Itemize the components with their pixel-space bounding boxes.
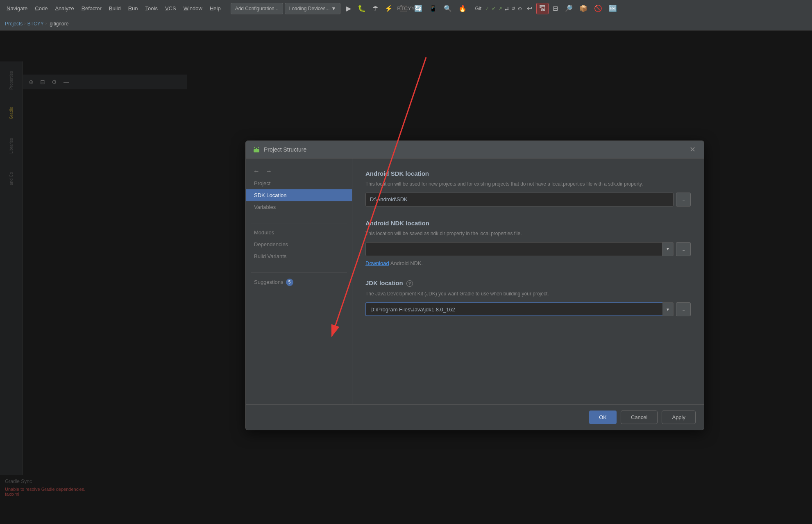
jdk-title-text: JDK location bbox=[365, 279, 403, 286]
dialog-footer: OK Cancel Apply bbox=[246, 404, 704, 430]
loading-devices-dropdown[interactable]: Loading Devices... ▼ bbox=[285, 3, 341, 14]
git-checkmark-icon[interactable]: ✓ bbox=[485, 6, 489, 11]
nav-item-project[interactable]: Project bbox=[246, 177, 352, 189]
dialog-nav-main: Project SDK Location Variables bbox=[246, 177, 352, 213]
firebase-button[interactable]: 🔥 bbox=[456, 3, 469, 14]
inspect-button[interactable]: 🔍 bbox=[441, 3, 454, 14]
android-icon bbox=[252, 145, 261, 154]
find-button[interactable]: 🔎 bbox=[562, 3, 575, 14]
menu-item-build[interactable]: Build bbox=[106, 4, 124, 13]
git-refresh-icon[interactable]: ↺ bbox=[511, 6, 515, 11]
sdk-section-desc: This location will be used for new proje… bbox=[365, 180, 691, 188]
debug-button[interactable]: 🐛 bbox=[355, 3, 368, 14]
nav-item-build-variants[interactable]: Build Variants bbox=[246, 250, 352, 262]
ndk-location-input[interactable] bbox=[365, 242, 662, 256]
jdk-input-container: ▼ bbox=[365, 302, 674, 316]
breadcrumb-projects[interactable]: Projects bbox=[5, 21, 23, 27]
dialog-title-text: Project Structure bbox=[264, 146, 306, 153]
svg-line-5 bbox=[258, 147, 259, 148]
menu-item-tools[interactable]: Tools bbox=[142, 4, 161, 13]
sdk-location-section: Android SDK location This location will … bbox=[365, 170, 691, 206]
apply-button[interactable]: Apply bbox=[662, 411, 696, 424]
profile-button[interactable]: ⚡ bbox=[382, 3, 395, 14]
run-button[interactable]: ▶ bbox=[344, 3, 354, 14]
menu-item-vcs[interactable]: VCS bbox=[162, 4, 179, 13]
jdk-section-desc: The Java Development Kit (JDK) you want … bbox=[365, 290, 691, 297]
nav-item-modules[interactable]: Modules bbox=[246, 227, 352, 238]
ndk-browse-button[interactable]: ... bbox=[676, 242, 691, 256]
sdk-input-row: ... bbox=[365, 193, 691, 206]
breadcrumb-sep1: › bbox=[24, 21, 25, 26]
dialog-content: Android SDK location This location will … bbox=[352, 159, 704, 404]
device-mirror-button[interactable]: 📱 bbox=[426, 3, 440, 14]
sdk-section-title: Android SDK location bbox=[365, 170, 691, 177]
dialog-body: ← → Project SDK Location Variables Modul… bbox=[246, 159, 704, 404]
nav-item-dependencies[interactable]: Dependencies bbox=[246, 238, 352, 250]
dropdown-chevron-icon: ▼ bbox=[331, 6, 336, 11]
undo-button[interactable]: ↩ bbox=[524, 3, 535, 14]
dialog-nav-sub: Modules Dependencies Build Variants bbox=[246, 227, 352, 262]
ndk-section-title: Android NDK location bbox=[365, 220, 691, 227]
svg-point-3 bbox=[257, 148, 258, 149]
sdk-browse-button[interactable]: ... bbox=[676, 193, 691, 206]
nav-back-button[interactable]: ← bbox=[252, 167, 261, 176]
jdk-section-title: JDK location ? bbox=[365, 279, 691, 287]
breadcrumb-gitignore[interactable]: .gitignore bbox=[48, 21, 68, 27]
menu-item-window[interactable]: Window bbox=[180, 4, 206, 13]
jdk-dropdown-button[interactable]: ▼ bbox=[662, 302, 674, 316]
dialog-close-button[interactable]: ✕ bbox=[688, 145, 697, 154]
toolbar-section-left: Add Configuration... Loading Devices... … bbox=[231, 3, 341, 14]
ndk-location-section: Android NDK location This location will … bbox=[365, 220, 691, 266]
ndk-input-row: ▼ ... bbox=[365, 242, 691, 256]
toolbar-right-section: ↩ 🏗 ⊟ 🔎 📦 🚫 🔤 bbox=[524, 3, 619, 14]
project-structure-dialog: Project Structure ✕ ← → Project SDK Loca… bbox=[245, 141, 704, 430]
coverage-button[interactable]: ☂ bbox=[370, 3, 381, 14]
suggestions-badge: 5 bbox=[286, 279, 293, 286]
nav-arrows: ← → bbox=[246, 163, 352, 177]
cancel-button[interactable]: Cancel bbox=[621, 411, 658, 424]
jdk-desc-text: The Java Development Kit (JDK) you want … bbox=[365, 291, 549, 297]
breadcrumb-btcyy[interactable]: BTCYY bbox=[27, 21, 44, 27]
git-tick2-icon[interactable]: ✔ bbox=[492, 6, 496, 11]
svg-point-2 bbox=[255, 148, 256, 149]
nav-forward-button[interactable]: → bbox=[264, 167, 274, 176]
menu-item-navigate[interactable]: Navigate bbox=[3, 4, 31, 13]
split-button[interactable]: ⊟ bbox=[550, 3, 560, 14]
jdk-location-input[interactable] bbox=[365, 302, 662, 316]
git-merge-icon[interactable]: ⇄ bbox=[505, 6, 509, 11]
nav-item-variables[interactable]: Variables bbox=[246, 201, 352, 213]
git-section: Git: ✓ ✔ ↗ ⇄ ↺ ⊙ bbox=[475, 6, 522, 11]
suggestions-label: Suggestions bbox=[254, 279, 284, 285]
menu-item-help[interactable]: Help bbox=[206, 4, 224, 13]
translate-button[interactable]: 🔤 bbox=[606, 3, 619, 14]
nav-item-suggestions[interactable]: Suggestions 5 bbox=[246, 276, 352, 289]
menu-item-code[interactable]: Code bbox=[32, 4, 51, 13]
add-configuration-button[interactable]: Add Configuration... bbox=[231, 3, 283, 14]
git-history-icon[interactable]: ⊙ bbox=[518, 6, 522, 11]
jdk-help-icon[interactable]: ? bbox=[406, 280, 413, 287]
nav-separator bbox=[251, 223, 347, 223]
breadcrumb: Projects › BTCYY › .gitignore bbox=[0, 17, 812, 30]
sdk-manager-button[interactable]: 📦 bbox=[577, 3, 590, 14]
ndk-download-link[interactable]: Download bbox=[365, 260, 389, 266]
menu-item-analyze[interactable]: Analyze bbox=[52, 4, 77, 13]
dialog-title-bar: Project Structure ✕ bbox=[246, 141, 704, 159]
app-title: BTCYY bbox=[397, 5, 415, 11]
project-structure-button[interactable]: 🏗 bbox=[536, 3, 549, 14]
ok-button[interactable]: OK bbox=[589, 411, 617, 424]
ndk-dropdown-button[interactable]: ▼ bbox=[662, 242, 674, 256]
ndk-download-line: Download Android NDK. bbox=[365, 260, 691, 266]
git-arrow-up-icon[interactable]: ↗ bbox=[498, 6, 502, 11]
ndk-input-container: ▼ bbox=[365, 242, 674, 256]
menu-item-refactor[interactable]: Refactor bbox=[78, 4, 105, 13]
git-label: Git: bbox=[475, 6, 483, 11]
sdk-location-input[interactable] bbox=[365, 193, 674, 206]
jdk-browse-button[interactable]: ... bbox=[676, 302, 691, 316]
svg-line-4 bbox=[254, 147, 255, 148]
nav-item-sdk-location[interactable]: SDK Location bbox=[246, 189, 352, 201]
menu-bar: Navigate Code Analyze Refactor Build Run… bbox=[0, 0, 812, 17]
menu-item-run[interactable]: Run bbox=[125, 4, 141, 13]
avd-manager-button[interactable]: 🚫 bbox=[592, 3, 605, 14]
ndk-download-suffix: Android NDK. bbox=[390, 260, 423, 266]
menu-items: Navigate Code Analyze Refactor Build Run… bbox=[3, 4, 224, 13]
